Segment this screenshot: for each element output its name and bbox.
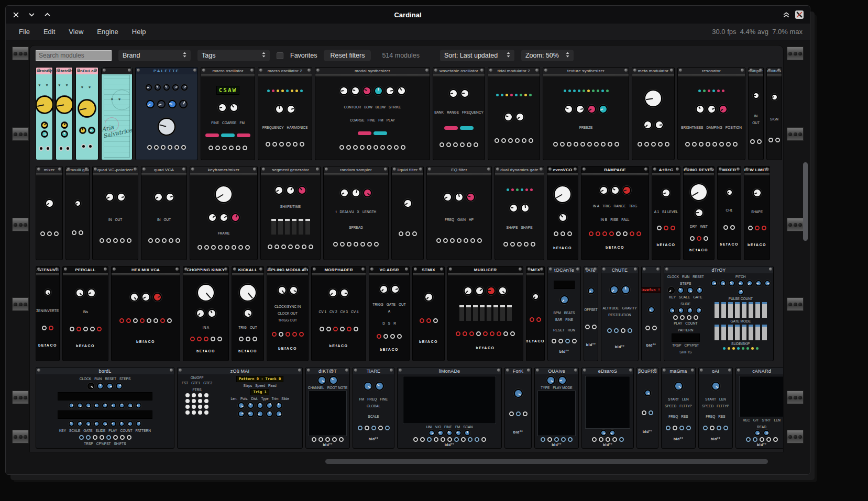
panel-art	[104, 75, 130, 158]
tags-dropdown[interactable]: Tags	[197, 50, 270, 61]
module-card[interactable]: SLEW LIMITERSHAPEbEfACO	[744, 166, 770, 260]
module-card[interactable]: ChUTEALTITUDEGRAVITYRESTITUTIONbId°°	[601, 266, 639, 361]
module-card[interactable]: quad VC-polarizerINOUT	[92, 166, 138, 260]
module-card[interactable]: tOCAnTeBPMBEATSBARFINERESETRUNbId°°	[547, 266, 581, 361]
module-card[interactable]: mixer	[36, 166, 63, 260]
module-card[interactable]: segment generatorSHAPE/TIME	[260, 166, 321, 260]
module-card[interactable]: keyframer/mixerFRAME	[190, 166, 258, 260]
jack	[427, 437, 432, 442]
module-card[interactable]: modal synthesizerCONTOURBOWBLOWSTRIKECOA…	[315, 67, 430, 160]
module-card[interactable]: lATeOFFSETbId°°	[584, 266, 598, 361]
module-card[interactable]: eDsaroSbId°°	[581, 367, 634, 449]
module-card[interactable]: evenVCObEfACO	[547, 166, 578, 260]
jack	[100, 435, 104, 440]
module-card[interactable]: zOù MAION/OFFFSTGTE1GTE2FTRSPattern 0 : …	[177, 367, 303, 449]
zoom-dropdown[interactable]: Zoom: 50%	[521, 50, 574, 61]
brand-dropdown[interactable]: Brand	[118, 50, 191, 61]
app-icon[interactable]	[795, 10, 804, 19]
module-card[interactable]: PALETTE	[135, 67, 198, 160]
module-card[interactable]: EQ filterFREQGAINHP	[426, 166, 492, 260]
module-card[interactable]: cANARdRECG/TSTRTLENREADbId°°	[735, 367, 784, 449]
module-card[interactable]: STMIXbEfACO	[412, 266, 445, 361]
module-card[interactable]: DUAL ATENUVERTERATEN/INVERTERbEfACO	[36, 266, 60, 361]
module-card[interactable]: meta modulator	[632, 67, 675, 160]
module-card[interactable]: resonatorBRIGHTNESSDAMPINGPOSITION	[677, 67, 745, 160]
jack	[346, 145, 351, 150]
module-card[interactable]: oAISTARTLENSPEEDFLTTYPFREQRESbId°°	[698, 367, 733, 449]
menu-file[interactable]: File	[13, 26, 36, 38]
module-panel: INOUT	[141, 175, 186, 260]
vertical-scrollbar[interactable]	[803, 162, 808, 241]
maximize-icon[interactable]	[43, 11, 51, 18]
module-card[interactable]: random samplertDEJA VUXLENGTHSPREAD	[323, 166, 389, 260]
module-card[interactable]: RAMPAGEIN ATRIGRANGETRIGIN BRISEFALLbEfA…	[581, 166, 649, 260]
close-icon[interactable]	[12, 11, 19, 18]
module-card[interactable]: macro oscillatorCSAWFINECOARSEFM	[201, 67, 255, 160]
module-card[interactable]: utilitiesSIGN	[766, 67, 782, 160]
module-card[interactable]: bernoulli gate	[65, 166, 90, 260]
panel-label: GTE1	[191, 381, 200, 385]
panel-label: STEPS	[680, 282, 691, 285]
menu-edit[interactable]: Edit	[38, 26, 61, 38]
module-card[interactable]: pOuPRebId°°	[636, 367, 658, 449]
module-card[interactable]: TiAREFMFREQFINEGLOBALSCALEbId°°	[353, 367, 394, 449]
module-card[interactable]: VC ADSRTRIGGGATEOUTADSRbEfACO	[369, 266, 410, 361]
module-card[interactable]: PERCALLINsbEfACO	[62, 266, 108, 361]
module-card[interactable]: dTrOYCLOCKRUNRESETSTEPSKEYSCALEGATESLIDE…	[664, 266, 774, 361]
module-card[interactable]: ForKbId°°	[504, 367, 532, 449]
sort-dropdown[interactable]: Sort: Last updated	[440, 50, 514, 61]
minimize-icon[interactable]	[28, 11, 35, 18]
module-card[interactable]: wavetable oscillatorBANKRANGEFREQUENCY	[433, 67, 485, 160]
jack	[274, 244, 279, 249]
jack	[719, 142, 724, 147]
knob	[180, 83, 189, 92]
module-card[interactable]: liquid filter	[391, 166, 424, 260]
favorites-checkbox[interactable]	[277, 52, 283, 59]
panel-label: KEY	[669, 295, 676, 299]
module-card[interactable]: MEXbEfACO	[526, 266, 545, 361]
module-card[interactable]: UnDuLaR♥ ♥	[75, 67, 98, 160]
jack	[457, 238, 462, 243]
module-card[interactable]: A+B+CA 1B1 LEVELbEfACO	[652, 166, 680, 260]
module-card[interactable]: maGmaSTARTLENSPEEDFLTTYPFREQRESbId°°	[661, 367, 696, 449]
panel-label: G/T	[753, 418, 759, 422]
module-card[interactable]: KICKALLTRIGOUTbEfACO	[232, 266, 264, 361]
module-card[interactable]: quad VCAINOUT	[141, 166, 187, 260]
collapse-up-icon[interactable]	[783, 11, 790, 18]
module-card[interactable]: multiplesINOUT	[748, 67, 764, 160]
menu-engine[interactable]: Engine	[91, 26, 124, 38]
module-card[interactable]: dIKT@TCHANNELROOT NOTEbId°°	[305, 367, 350, 449]
reset-filters-button[interactable]: Reset filters	[324, 50, 371, 61]
module-card[interactable]: Havefun !!bId°°	[641, 266, 661, 361]
module-card[interactable]: OUAIveTYPEPLAY MODEbId°°	[534, 367, 579, 449]
search-input[interactable]	[36, 50, 112, 61]
module-card[interactable]: tidal modulator 2	[488, 67, 540, 160]
module-card[interactable]: MORPHADERCV 1CV 2CV 3CV 4bEfACO	[311, 266, 366, 361]
module-card[interactable]: CHOPPING KINKYIN AbEfACO	[183, 266, 229, 361]
horizontal-scrollbar[interactable]	[325, 459, 768, 464]
module-card[interactable]: SAMPLING MODULATORCLOCK/SYNC INCLOCK OUT…	[267, 266, 309, 361]
jack-row	[358, 426, 390, 430]
module-card[interactable]: texture synthesizerFREEZE	[543, 67, 629, 160]
module-card[interactable]: bordLCLOCKRUNRESETSTEPSKEYSCALEGATESLIDE…	[36, 367, 174, 449]
jack	[387, 145, 392, 150]
knob-row	[558, 213, 567, 222]
module-title: segment generator	[261, 166, 320, 173]
module-card[interactable]: liMonADeUNIV/OFINEFMSCANbId°°	[397, 367, 502, 449]
led-icon	[592, 90, 595, 92]
module-card[interactable]: MUXLICERbEfACO	[447, 266, 523, 361]
screw-icon	[104, 268, 107, 271]
module-card[interactable]: ♥ ♥Aria Salvatrice	[101, 67, 133, 160]
knob	[85, 287, 96, 298]
module-card[interactable]: macro oscillator 2FREQUENCYHARMONICS	[258, 67, 312, 160]
knob	[496, 284, 509, 297]
module-card[interactable]: Grabby♥ ♥	[36, 67, 53, 160]
module-card[interactable]: dual dynamics gateSHAPESHAPE	[495, 166, 544, 260]
menu-help[interactable]: Help	[126, 26, 152, 38]
module-card[interactable]: HEX MIX VCAbEfACO	[111, 266, 180, 361]
module-card[interactable]: SPRING REVERBDRYWETbEfACO	[683, 166, 715, 260]
module-card[interactable]: Rotatoes♥ ♥	[56, 67, 73, 160]
module-card[interactable]: MIXERCH1bEfACO	[717, 166, 741, 260]
jack	[236, 146, 240, 150]
menu-view[interactable]: View	[63, 26, 89, 38]
